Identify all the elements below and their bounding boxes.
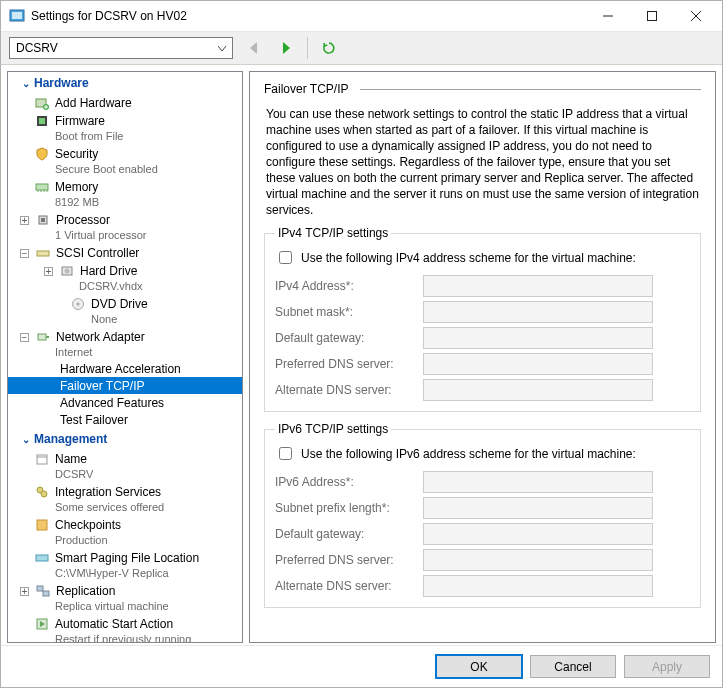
tree-item-network-adapter[interactable]: −Network Adapter Internet [8,327,242,360]
body: ⌄Hardware Add Hardware Firmware Boot fro… [1,65,722,645]
settings-tree[interactable]: ⌄Hardware Add Hardware Firmware Boot fro… [7,71,243,643]
svg-rect-25 [46,336,49,338]
expand-icon[interactable]: + [20,216,29,225]
ipv6-group: IPv6 TCP/IP settings Use the following I… [264,422,701,608]
expand-icon[interactable]: + [20,587,29,596]
svg-rect-11 [39,118,45,124]
vm-selector-value: DCSRV [16,41,58,55]
ipv6-use-checkbox[interactable] [279,447,292,460]
tree-item-replication[interactable]: +Replication Replica virtual machine [8,581,242,614]
tree-item-add-hardware[interactable]: Add Hardware [8,93,242,111]
svg-rect-33 [43,591,49,596]
minimize-button[interactable] [586,2,630,30]
chevron-down-icon [218,41,226,55]
tree-item-hard-drive[interactable]: +Hard Drive DCSRV.vhdx [8,261,242,294]
expand-icon[interactable]: + [44,267,53,276]
cancel-button[interactable]: Cancel [530,655,616,678]
tree-item-processor[interactable]: +Processor 1 Virtual processor [8,210,242,243]
tree-section-hardware[interactable]: ⌄Hardware [8,72,242,93]
ipv4-gateway-input[interactable] [423,327,653,349]
ipv4-use-label: Use the following IPv4 address scheme fo… [301,251,636,265]
svg-rect-1 [12,12,22,19]
tree-sub: C:\VM\Hyper-V Replica [34,566,242,581]
refresh-button[interactable] [318,37,340,59]
ipv4-subnet-input[interactable] [423,301,653,323]
ipv4-adns-label: Alternate DNS server: [275,383,423,397]
dialog-buttons: OK Cancel Apply [1,645,722,687]
shield-icon [34,146,50,162]
toolbar: DCSRV [1,31,722,65]
tree-item-hardware-acceleration[interactable]: Hardware Acceleration [8,360,242,377]
maximize-button[interactable] [630,2,674,30]
scsi-icon [35,245,51,261]
tree-item-memory[interactable]: Memory 8192 MB [8,177,242,210]
tree-item-security[interactable]: Security Secure Boot enabled [8,144,242,177]
ipv6-prefix-input[interactable] [423,497,653,519]
svg-rect-30 [37,520,47,530]
tree-item-integration-services[interactable]: Integration Services Some services offer… [8,482,242,515]
collapse-icon[interactable]: − [20,333,29,342]
tree-item-advanced-features[interactable]: Advanced Features [8,394,242,411]
nav-forward-button[interactable] [275,37,297,59]
ipv4-address-input[interactable] [423,275,653,297]
nav-back-button[interactable] [243,37,265,59]
tree-item-smart-paging[interactable]: Smart Paging File Location C:\VM\Hyper-V… [8,548,242,581]
tree-item-failover-tcpip[interactable]: Failover TCP/IP [8,377,242,394]
ipv6-gateway-label: Default gateway: [275,527,423,541]
tree-item-automatic-start-action[interactable]: Automatic Start Action Restart if previo… [8,614,242,643]
tree-sub: Internet [34,345,242,360]
tree-item-checkpoints[interactable]: Checkpoints Production [8,515,242,548]
app-icon [9,8,25,24]
tree-item-firmware[interactable]: Firmware Boot from File [8,111,242,144]
svg-rect-31 [36,555,48,561]
window-title: Settings for DCSRV on HV02 [31,9,586,23]
collapse-icon[interactable]: − [20,249,29,258]
tree-item-name[interactable]: Name DCSRV [8,449,242,482]
firmware-icon [34,113,50,129]
ipv6-prefix-label: Subnet prefix length*: [275,501,423,515]
svg-point-23 [77,303,80,306]
svg-rect-32 [37,586,43,591]
tree-sub: Boot from File [34,129,242,144]
network-adapter-icon [35,329,51,345]
ipv6-address-input[interactable] [423,471,653,493]
tree-section-management[interactable]: ⌄Management [8,428,242,449]
apply-button[interactable]: Apply [624,655,710,678]
ok-button[interactable]: OK [436,655,522,678]
svg-rect-12 [36,184,48,190]
svg-rect-19 [37,251,49,256]
ipv6-adns-label: Alternate DNS server: [275,579,423,593]
panel-description: You can use these network settings to co… [264,96,701,226]
ipv4-pdns-input[interactable] [423,353,653,375]
panel-title: Failover TCP/IP [264,82,348,96]
ipv4-use-checkbox[interactable] [279,251,292,264]
ipv6-gateway-input[interactable] [423,523,653,545]
vm-selector[interactable]: DCSRV [9,37,233,59]
ipv4-legend: IPv4 TCP/IP settings [275,226,391,240]
auto-start-icon [34,616,50,632]
name-icon [34,451,50,467]
tree-sub: Some services offered [34,500,242,515]
tree-item-test-failover[interactable]: Test Failover [8,411,242,428]
tree-sub: None [58,312,242,327]
ipv4-address-label: IPv4 Address*: [275,279,423,293]
tree-sub: 8192 MB [34,195,242,210]
svg-rect-3 [648,12,657,21]
integration-services-icon [34,484,50,500]
tree-sub: Replica virtual machine [34,599,242,614]
tree-sub: Secure Boot enabled [34,162,242,177]
titlebar: Settings for DCSRV on HV02 [1,1,722,31]
tree-sub: DCSRV.vhdx [58,279,242,294]
tree-item-scsi-controller[interactable]: −SCSI Controller [8,243,242,261]
ipv6-adns-input[interactable] [423,575,653,597]
settings-panel: Failover TCP/IP You can use these networ… [249,71,716,643]
ipv6-legend: IPv6 TCP/IP settings [275,422,391,436]
tree-item-dvd-drive[interactable]: DVD Drive None [8,294,242,327]
ipv4-subnet-label: Subnet mask*: [275,305,423,319]
close-button[interactable] [674,2,718,30]
ipv6-pdns-input[interactable] [423,549,653,571]
svg-rect-24 [38,334,46,340]
add-hardware-icon [34,95,50,111]
ipv4-adns-input[interactable] [423,379,653,401]
ipv4-group: IPv4 TCP/IP settings Use the following I… [264,226,701,412]
